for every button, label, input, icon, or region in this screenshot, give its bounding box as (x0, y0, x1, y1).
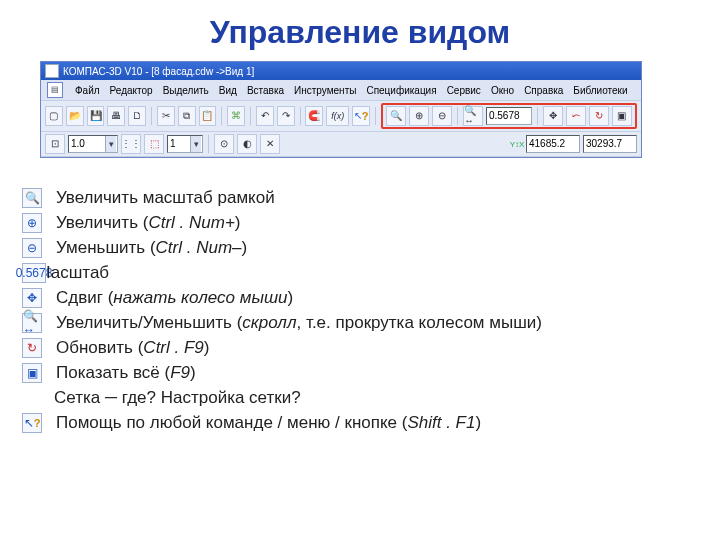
context-help-icon[interactable]: ↖? (352, 106, 370, 126)
separator (300, 107, 301, 125)
menu-insert[interactable]: Вставка (247, 85, 284, 96)
zoom-out-icon: ⊖ (22, 238, 42, 258)
menu-tools[interactable]: Инструменты (294, 85, 356, 96)
slide-title: Управление видом (0, 14, 720, 51)
item-text: Обновить (Ctrl . F9) (56, 338, 209, 358)
menu-service[interactable]: Сервис (447, 85, 481, 96)
new-file-icon[interactable]: ▢ (45, 106, 63, 126)
list-item: ⊖ Уменьшить (Ctrl . Num–) (22, 238, 720, 258)
redo-icon[interactable]: ↷ (277, 106, 295, 126)
item-text: Сетка ─ где? Настройка сетки? (54, 388, 301, 408)
separator (250, 107, 251, 125)
zoom-in-icon: ⊕ (22, 213, 42, 233)
menu-spec[interactable]: Спецификация (366, 85, 436, 96)
coord-y-field[interactable]: 30293.7 (583, 135, 637, 153)
print-icon[interactable]: 🖶 (107, 106, 125, 126)
item-text: Увеличить/Уменьшить (скролл, т.е. прокру… (56, 313, 542, 333)
copy-icon[interactable]: ⧉ (178, 106, 196, 126)
list-item: 🔍↔ Увеличить/Уменьшить (скролл, т.е. про… (22, 313, 720, 333)
app-icon (45, 64, 59, 78)
snap-end-icon[interactable]: ⊙ (214, 134, 234, 154)
main-toolbar: ▢ 📂 💾 🖶 🗋 ✂ ⧉ 📋 ⌘ ↶ ↷ 🧲 f(x) ↖? 🔍 ⊕ ⊖ 🔍↔… (41, 100, 641, 132)
item-text: Показать всё (F9) (56, 363, 196, 383)
undo-icon[interactable]: ↶ (256, 106, 274, 126)
context-help-icon: ↖? (22, 413, 42, 433)
preview-icon[interactable]: 🗋 (128, 106, 146, 126)
item-text: Помощь по любой команде / меню / кнопке … (56, 413, 481, 433)
app-window: КОМПАС-3D V10 - [8 фасад.cdw ->Вид 1] ▤ … (40, 61, 642, 158)
menu-window[interactable]: Окно (491, 85, 514, 96)
view-toolbar-highlight: 🔍 ⊕ ⊖ 🔍↔ 0.5678 ✥ ⤺ ↻ ▣ (381, 103, 637, 129)
list-item: 0.5678 Іасштаб (22, 263, 720, 283)
item-text: Сдвиг (нажать колесо мыши) (56, 288, 293, 308)
zoom-value-field-icon: 0.5678 (22, 263, 46, 283)
ortho-icon[interactable]: ⊡ (45, 134, 65, 154)
zoom-scroll-icon[interactable]: 🔍↔ (463, 106, 483, 126)
item-text: Уменьшить (Ctrl . Num–) (56, 238, 247, 258)
item-text: Увеличить (Ctrl . Num+) (56, 213, 240, 233)
menu-file[interactable]: Файл (75, 85, 100, 96)
list-item: Сетка ─ где? Настройка сетки? (22, 388, 720, 408)
coord-x-field[interactable]: 41685.2 (526, 135, 580, 153)
separator (221, 107, 222, 125)
fx-icon[interactable]: f(x) (326, 106, 349, 126)
list-item: 🔍 Увеличить масштаб рамкой (22, 188, 720, 208)
cut-icon[interactable]: ✂ (157, 106, 175, 126)
fit-all-icon[interactable]: ▣ (612, 106, 632, 126)
save-icon[interactable]: 💾 (87, 106, 105, 126)
refresh-icon[interactable]: ↻ (589, 106, 609, 126)
coord-label-icon: Y↕X (511, 137, 523, 151)
menu-edit[interactable]: Редактор (110, 85, 153, 96)
item-text: Іасштаб (46, 263, 109, 283)
doc-icon[interactable]: ▤ (47, 82, 63, 98)
zoom-window-icon: 🔍 (22, 188, 42, 208)
menubar: ▤ Файл Редактор Выделить Вид Вставка Инс… (41, 80, 641, 100)
description-list: 🔍 Увеличить масштаб рамкой ⊕ Увеличить (… (22, 188, 720, 433)
item-text: Увеличить масштаб рамкой (56, 188, 275, 208)
separator (208, 135, 209, 153)
menu-view[interactable]: Вид (219, 85, 237, 96)
snap-mid-icon[interactable]: ◐ (237, 134, 257, 154)
titlebar: КОМПАС-3D V10 - [8 фасад.cdw ->Вид 1] (41, 62, 641, 80)
zoom-in-icon[interactable]: ⊕ (409, 106, 429, 126)
view-num-combo[interactable]: 1 (167, 135, 203, 153)
zoom-out-icon[interactable]: ⊖ (432, 106, 452, 126)
menu-help[interactable]: Справка (524, 85, 563, 96)
menu-libs[interactable]: Библиотеки (573, 85, 627, 96)
list-item: ▣ Показать всё (F9) (22, 363, 720, 383)
separator (375, 107, 376, 125)
list-item: ⊕ Увеличить (Ctrl . Num+) (22, 213, 720, 233)
separator (151, 107, 152, 125)
zoom-scroll-icon: 🔍↔ (22, 313, 42, 333)
snap-int-icon[interactable]: ✕ (260, 134, 280, 154)
refresh-icon: ↻ (22, 338, 42, 358)
separator (537, 107, 538, 125)
status-toolbar: ⊡ 1.0 ⋮⋮ ⬚ 1 ⊙ ◐ ✕ Y↕X 41685.2 30293.7 (41, 132, 641, 157)
layers-icon[interactable]: ⬚ (144, 134, 164, 154)
list-item: ↖? Помощь по любой команде / меню / кноп… (22, 413, 720, 433)
list-item: ✥ Сдвиг (нажать колесо мыши) (22, 288, 720, 308)
magnet-icon[interactable]: 🧲 (305, 106, 323, 126)
paste-icon[interactable]: 📋 (199, 106, 217, 126)
separator (457, 107, 458, 125)
pan-icon: ✥ (22, 288, 42, 308)
step-icon[interactable]: ⋮⋮ (121, 134, 141, 154)
list-item: ↻ Обновить (Ctrl . F9) (22, 338, 720, 358)
open-icon[interactable]: 📂 (66, 106, 84, 126)
fit-all-icon: ▣ (22, 363, 42, 383)
menu-select[interactable]: Выделить (163, 85, 209, 96)
scale-combo[interactable]: 1.0 (68, 135, 118, 153)
zoom-window-icon[interactable]: 🔍 (386, 106, 406, 126)
window-title: КОМПАС-3D V10 - [8 фасад.cdw ->Вид 1] (63, 66, 254, 77)
pan-icon[interactable]: ✥ (543, 106, 563, 126)
zoom-value-field[interactable]: 0.5678 (486, 107, 532, 125)
zoom-prev-icon[interactable]: ⤺ (566, 106, 586, 126)
props-icon[interactable]: ⌘ (227, 106, 245, 126)
